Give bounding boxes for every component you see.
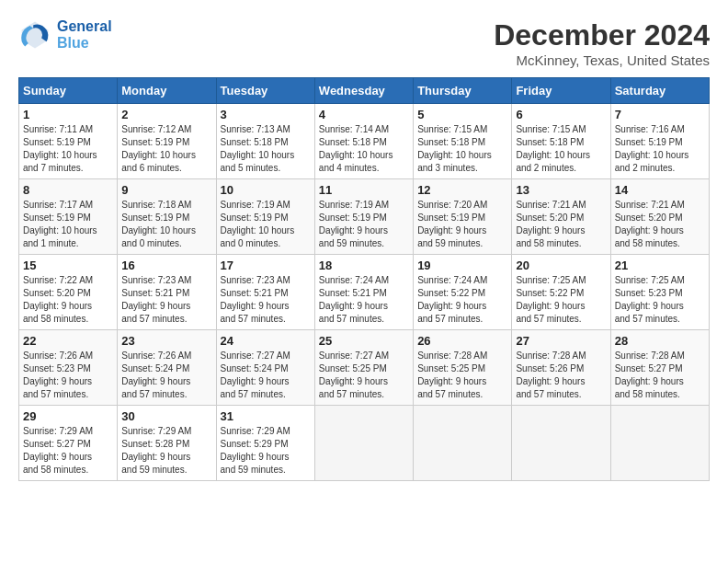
day-number: 25 xyxy=(319,334,409,348)
weekday-header-wednesday: Wednesday xyxy=(314,78,413,104)
calendar-cell: 28Sunrise: 7:28 AM Sunset: 5:27 PM Dayli… xyxy=(610,330,709,406)
day-number: 10 xyxy=(221,183,311,197)
page-title: December 2024 xyxy=(494,18,710,52)
day-number: 2 xyxy=(121,108,211,121)
calendar-cell: 30Sunrise: 7:29 AM Sunset: 5:28 PM Dayli… xyxy=(118,406,216,481)
day-info: Sunrise: 7:27 AM Sunset: 5:24 PM Dayligh… xyxy=(221,350,311,401)
calendar-cell: 24Sunrise: 7:27 AM Sunset: 5:24 PM Dayli… xyxy=(216,330,314,406)
calendar-cell: 3Sunrise: 7:13 AM Sunset: 5:18 PM Daylig… xyxy=(216,104,314,179)
day-info: Sunrise: 7:21 AM Sunset: 5:20 PM Dayligh… xyxy=(516,199,606,250)
day-number: 16 xyxy=(121,259,211,272)
day-number: 7 xyxy=(615,108,705,121)
calendar-cell: 31Sunrise: 7:29 AM Sunset: 5:29 PM Dayli… xyxy=(216,406,314,481)
day-number: 26 xyxy=(417,334,507,348)
calendar-cell: 21Sunrise: 7:25 AM Sunset: 5:23 PM Dayli… xyxy=(610,255,709,330)
logo: General Blue xyxy=(18,18,112,52)
day-info: Sunrise: 7:19 AM Sunset: 5:19 PM Dayligh… xyxy=(319,199,409,250)
day-number: 18 xyxy=(319,259,409,272)
day-info: Sunrise: 7:11 AM Sunset: 5:19 PM Dayligh… xyxy=(23,123,113,175)
day-info: Sunrise: 7:29 AM Sunset: 5:27 PM Dayligh… xyxy=(23,425,113,477)
logo-icon xyxy=(18,18,51,52)
calendar-cell: 12Sunrise: 7:20 AM Sunset: 5:19 PM Dayli… xyxy=(414,179,512,255)
day-number: 23 xyxy=(121,334,211,348)
calendar-cell: 16Sunrise: 7:23 AM Sunset: 5:21 PM Dayli… xyxy=(118,255,216,330)
day-info: Sunrise: 7:20 AM Sunset: 5:19 PM Dayligh… xyxy=(417,199,507,250)
logo-text: General Blue xyxy=(57,18,112,52)
calendar-cell xyxy=(414,406,512,481)
weekday-header-sunday: Sunday xyxy=(19,78,118,104)
day-info: Sunrise: 7:15 AM Sunset: 5:18 PM Dayligh… xyxy=(417,123,507,175)
day-number: 31 xyxy=(221,409,311,423)
day-number: 20 xyxy=(516,259,606,272)
calendar-cell: 5Sunrise: 7:15 AM Sunset: 5:18 PM Daylig… xyxy=(414,104,512,179)
calendar-cell: 29Sunrise: 7:29 AM Sunset: 5:27 PM Dayli… xyxy=(19,406,118,481)
calendar-cell: 1Sunrise: 7:11 AM Sunset: 5:19 PM Daylig… xyxy=(19,104,118,179)
calendar-week-row: 8Sunrise: 7:17 AM Sunset: 5:19 PM Daylig… xyxy=(19,179,710,255)
day-info: Sunrise: 7:23 AM Sunset: 5:21 PM Dayligh… xyxy=(221,274,311,326)
day-info: Sunrise: 7:14 AM Sunset: 5:18 PM Dayligh… xyxy=(319,123,409,175)
day-info: Sunrise: 7:26 AM Sunset: 5:24 PM Dayligh… xyxy=(121,350,211,401)
calendar-week-row: 29Sunrise: 7:29 AM Sunset: 5:27 PM Dayli… xyxy=(19,406,710,481)
day-number: 28 xyxy=(615,334,705,348)
day-info: Sunrise: 7:26 AM Sunset: 5:23 PM Dayligh… xyxy=(23,350,113,401)
day-info: Sunrise: 7:22 AM Sunset: 5:20 PM Dayligh… xyxy=(23,274,113,326)
day-number: 9 xyxy=(121,183,211,197)
day-info: Sunrise: 7:17 AM Sunset: 5:19 PM Dayligh… xyxy=(23,199,113,250)
day-number: 19 xyxy=(417,259,507,272)
calendar-cell: 4Sunrise: 7:14 AM Sunset: 5:18 PM Daylig… xyxy=(314,104,413,179)
day-number: 4 xyxy=(319,108,409,121)
page-subtitle: McKinney, Texas, United States xyxy=(494,52,710,68)
calendar-cell: 17Sunrise: 7:23 AM Sunset: 5:21 PM Dayli… xyxy=(216,255,314,330)
calendar-cell: 27Sunrise: 7:28 AM Sunset: 5:26 PM Dayli… xyxy=(512,330,610,406)
calendar-cell: 2Sunrise: 7:12 AM Sunset: 5:19 PM Daylig… xyxy=(118,104,216,179)
calendar-cell: 13Sunrise: 7:21 AM Sunset: 5:20 PM Dayli… xyxy=(512,179,610,255)
day-number: 29 xyxy=(23,409,113,423)
calendar-cell: 15Sunrise: 7:22 AM Sunset: 5:20 PM Dayli… xyxy=(19,255,118,330)
weekday-header-monday: Monday xyxy=(118,78,216,104)
calendar-body: 1Sunrise: 7:11 AM Sunset: 5:19 PM Daylig… xyxy=(19,104,710,481)
day-number: 8 xyxy=(23,183,113,197)
calendar-cell: 7Sunrise: 7:16 AM Sunset: 5:19 PM Daylig… xyxy=(610,104,709,179)
calendar-cell xyxy=(314,406,413,481)
calendar-cell: 14Sunrise: 7:21 AM Sunset: 5:20 PM Dayli… xyxy=(610,179,709,255)
day-number: 22 xyxy=(23,334,113,348)
title-section: December 2024 McKinney, Texas, United St… xyxy=(494,18,710,68)
day-number: 12 xyxy=(417,183,507,197)
day-number: 21 xyxy=(615,259,705,272)
day-number: 5 xyxy=(417,108,507,121)
day-info: Sunrise: 7:18 AM Sunset: 5:19 PM Dayligh… xyxy=(121,199,211,250)
day-info: Sunrise: 7:12 AM Sunset: 5:19 PM Dayligh… xyxy=(121,123,211,175)
calendar-cell: 11Sunrise: 7:19 AM Sunset: 5:19 PM Dayli… xyxy=(314,179,413,255)
calendar-cell: 10Sunrise: 7:19 AM Sunset: 5:19 PM Dayli… xyxy=(216,179,314,255)
calendar-cell: 26Sunrise: 7:28 AM Sunset: 5:25 PM Dayli… xyxy=(414,330,512,406)
weekday-header-friday: Friday xyxy=(512,78,610,104)
day-number: 3 xyxy=(221,108,311,121)
day-number: 17 xyxy=(221,259,311,272)
day-info: Sunrise: 7:21 AM Sunset: 5:20 PM Dayligh… xyxy=(615,199,705,250)
calendar-week-row: 1Sunrise: 7:11 AM Sunset: 5:19 PM Daylig… xyxy=(19,104,710,179)
day-number: 30 xyxy=(121,409,211,423)
day-number: 1 xyxy=(23,108,113,121)
calendar-header-row: SundayMondayTuesdayWednesdayThursdayFrid… xyxy=(19,78,710,104)
weekday-header-tuesday: Tuesday xyxy=(216,78,314,104)
day-info: Sunrise: 7:29 AM Sunset: 5:29 PM Dayligh… xyxy=(221,425,311,477)
day-info: Sunrise: 7:28 AM Sunset: 5:26 PM Dayligh… xyxy=(516,350,606,401)
weekday-header-saturday: Saturday xyxy=(610,78,709,104)
day-number: 14 xyxy=(615,183,705,197)
day-info: Sunrise: 7:23 AM Sunset: 5:21 PM Dayligh… xyxy=(121,274,211,326)
day-info: Sunrise: 7:13 AM Sunset: 5:18 PM Dayligh… xyxy=(221,123,311,175)
day-info: Sunrise: 7:24 AM Sunset: 5:22 PM Dayligh… xyxy=(417,274,507,326)
weekday-header-thursday: Thursday xyxy=(414,78,512,104)
day-info: Sunrise: 7:28 AM Sunset: 5:25 PM Dayligh… xyxy=(417,350,507,401)
calendar-cell: 22Sunrise: 7:26 AM Sunset: 5:23 PM Dayli… xyxy=(19,330,118,406)
day-number: 6 xyxy=(516,108,606,121)
calendar-cell xyxy=(512,406,610,481)
day-info: Sunrise: 7:25 AM Sunset: 5:22 PM Dayligh… xyxy=(516,274,606,326)
calendar-cell: 25Sunrise: 7:27 AM Sunset: 5:25 PM Dayli… xyxy=(314,330,413,406)
day-number: 24 xyxy=(221,334,311,348)
day-number: 11 xyxy=(319,183,409,197)
calendar-cell: 20Sunrise: 7:25 AM Sunset: 5:22 PM Dayli… xyxy=(512,255,610,330)
day-info: Sunrise: 7:27 AM Sunset: 5:25 PM Dayligh… xyxy=(319,350,409,401)
calendar-cell: 6Sunrise: 7:15 AM Sunset: 5:18 PM Daylig… xyxy=(512,104,610,179)
day-info: Sunrise: 7:25 AM Sunset: 5:23 PM Dayligh… xyxy=(615,274,705,326)
